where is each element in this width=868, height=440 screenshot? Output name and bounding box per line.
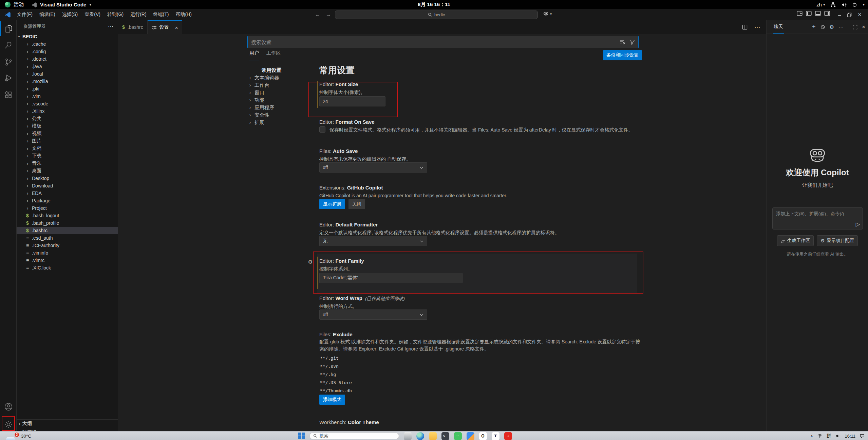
menu-item[interactable]: 编辑(E) — [36, 11, 59, 18]
tree-root-bedic[interactable]: › BEDIC — [17, 33, 118, 40]
tree-item[interactable]: › Project — [17, 204, 118, 212]
exclude-pattern[interactable]: **/.git — [320, 356, 339, 361]
send-icon[interactable]: ▷ — [856, 221, 860, 227]
taskbar-app-icon[interactable] — [467, 432, 474, 440]
gnome-clock[interactable]: 8月 16 16：11 — [418, 1, 450, 8]
sidebar-more-actions-icon[interactable]: ⋯ — [108, 23, 114, 29]
menu-item[interactable]: 帮助(H) — [172, 11, 195, 18]
timeline-section[interactable]: › 时间线 — [17, 428, 118, 431]
backup-sync-settings-button[interactable]: 备份和同步设置 — [603, 50, 642, 60]
network-icon[interactable] — [830, 2, 836, 7]
tree-item[interactable]: › 文档 — [17, 145, 118, 152]
exclude-pattern[interactable]: **/.svn — [320, 364, 339, 369]
tree-item[interactable]: › Desktop — [17, 175, 118, 182]
nav-forward-icon[interactable]: → — [326, 12, 331, 18]
extensions-icon[interactable] — [0, 87, 17, 102]
minimize-button[interactable]: – — [838, 12, 841, 18]
tree-item[interactable]: › .config — [17, 48, 118, 55]
toc-item[interactable]: › 文本编辑器 — [247, 74, 315, 81]
tree-item[interactable]: › .java — [17, 63, 118, 70]
tree-item[interactable]: › 桌面 — [17, 167, 118, 175]
menu-item[interactable]: 运行(R) — [127, 11, 150, 18]
notification-center-icon[interactable] — [860, 434, 865, 438]
nav-back-icon[interactable]: ← — [315, 12, 320, 18]
tree-item[interactable]: › .cache — [17, 40, 118, 48]
show-project-config-button[interactable]: ⚙ 显示项目配置 — [817, 235, 858, 246]
tree-item[interactable]: › .dotnet — [17, 55, 118, 63]
tray-clock[interactable]: 16:11 — [845, 434, 855, 439]
tab-settings[interactable]: 设置 × — [148, 20, 183, 34]
tree-item[interactable]: › 模板 — [17, 122, 118, 130]
restore-button[interactable] — [847, 13, 852, 17]
tree-item[interactable]: › .Xilinx — [17, 107, 118, 115]
history-icon[interactable] — [820, 24, 825, 29]
tray-expand-icon[interactable]: ∧ — [810, 434, 813, 438]
gnome-window-title[interactable]: Visual Studio Code — [40, 2, 86, 7]
tree-item[interactable]: $ .bashrc — [17, 227, 118, 234]
tree-item[interactable]: › 公共 — [17, 115, 118, 122]
start-button[interactable] — [298, 433, 305, 439]
system-menu-chevron-icon[interactable]: ▾ — [863, 2, 865, 7]
toc-item[interactable]: › 扩展 — [247, 119, 315, 126]
copilot-titlebar-button[interactable]: ∨ — [543, 11, 552, 17]
volume-tray-icon[interactable] — [835, 434, 840, 438]
chat-tab[interactable]: 聊天 — [773, 21, 784, 34]
scope-tab-workspace[interactable]: 工作区 — [266, 50, 281, 60]
taskbar-app-icon[interactable]: ·· — [454, 432, 462, 440]
chat-more-actions-icon[interactable]: ⋯ — [838, 24, 844, 30]
settings-search-box[interactable] — [247, 36, 639, 48]
tree-item[interactable]: › .pki — [17, 85, 118, 93]
menu-item[interactable]: 查看(V) — [81, 11, 104, 18]
tree-item[interactable]: › EDA — [17, 189, 118, 197]
toggle-sidebar-icon[interactable] — [806, 11, 812, 16]
run-debug-icon[interactable] — [0, 71, 17, 85]
tree-item[interactable]: › 视频 — [17, 130, 118, 137]
format-on-save-checkbox[interactable] — [319, 126, 325, 133]
customize-layout-icon[interactable] — [797, 11, 803, 16]
toggle-secondary-sidebar-icon[interactable] — [824, 11, 830, 16]
volume-icon[interactable] — [841, 2, 847, 7]
weather-widget[interactable]: 30°C — [21, 432, 31, 440]
power-icon[interactable] — [852, 2, 857, 7]
tree-item[interactable]: $ .bash_logout — [17, 212, 118, 219]
taskbar-app-icon[interactable]: Q — [479, 432, 487, 440]
manage-gear-icon[interactable] — [0, 417, 17, 432]
toc-item[interactable]: 常用设置 — [247, 66, 315, 74]
tree-item[interactable]: $ .bash_profile — [17, 219, 118, 227]
keyboard-layout-indicator[interactable]: zh▾ — [816, 2, 825, 7]
tree-item[interactable]: › .vscode — [17, 100, 118, 107]
word-wrap-select[interactable]: off — [319, 309, 427, 320]
setting-edit-gear-icon[interactable]: ⚙ — [308, 259, 313, 265]
tree-item[interactable]: ≡ .viminfo — [17, 249, 118, 257]
taskbar-app-icon[interactable] — [429, 432, 437, 440]
tab-bashrc[interactable]: $ .bashrc — [118, 20, 148, 34]
tree-item[interactable]: ≡ .vimrc — [17, 257, 118, 264]
filter-icon[interactable] — [629, 39, 635, 45]
menu-item[interactable]: 选择(S) — [59, 11, 81, 18]
taskbar-search[interactable]: 搜索 — [309, 433, 399, 439]
command-center-search[interactable]: bedic — [335, 11, 538, 19]
outline-section[interactable]: › 大纲 — [17, 419, 118, 428]
tree-item[interactable]: › 下载 — [17, 152, 118, 160]
tree-item[interactable]: › .mozilla — [17, 78, 118, 85]
tree-item[interactable]: › Package — [17, 197, 118, 204]
chat-settings-gear-icon[interactable]: ⚙ — [830, 24, 834, 30]
show-extension-button[interactable]: 显示扩展 — [319, 199, 345, 209]
settings-search-input[interactable] — [251, 39, 620, 45]
network-tray-icon[interactable] — [817, 434, 822, 438]
ime-indicator[interactable]: 拼 — [827, 433, 831, 439]
close-button[interactable]: × — [858, 11, 862, 18]
menu-item[interactable]: 转到(G) — [104, 11, 127, 18]
tree-item[interactable]: › .local — [17, 70, 118, 78]
generate-workspace-button[interactable]: 生成工作区 — [777, 235, 814, 246]
scope-tab-user[interactable]: 用户 — [249, 50, 259, 60]
tree-item[interactable]: ≡ .esd_auth — [17, 234, 118, 242]
add-pattern-button[interactable]: 添加模式 — [319, 395, 345, 405]
split-editor-icon[interactable] — [742, 24, 748, 30]
more-actions-icon[interactable]: ⋯ — [754, 24, 760, 31]
default-formatter-select[interactable]: 无 — [319, 236, 427, 246]
toc-item[interactable]: › 窗口 — [247, 89, 315, 96]
tree-item[interactable]: › Download — [17, 182, 118, 189]
taskbar-app-icon[interactable] — [404, 432, 412, 440]
exclude-pattern[interactable]: **/.DS_Store — [320, 380, 352, 385]
